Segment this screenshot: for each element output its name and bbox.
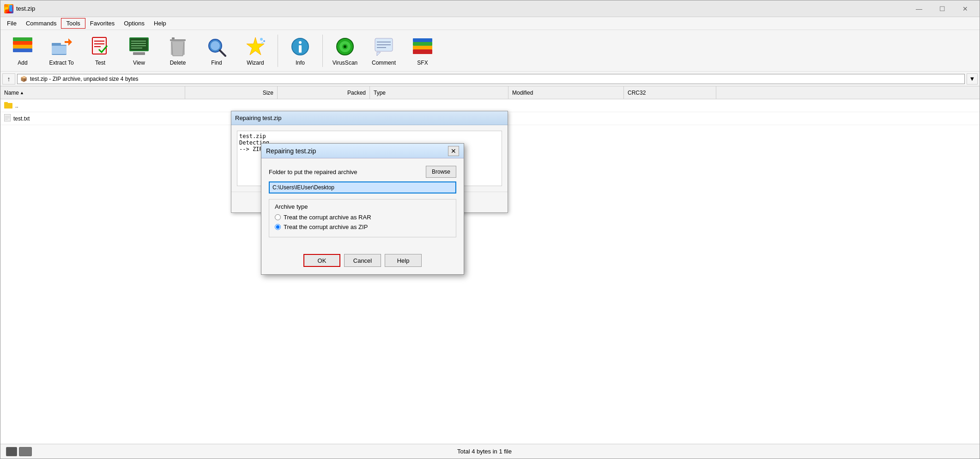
bg-dialog-title: Repairing test.zip [235,115,281,121]
radio-zip-row: Treat the corrupt archive as ZIP [275,223,450,230]
close-button[interactable]: ✕ [955,2,976,16]
svg-marker-10 [65,38,72,46]
address-dropdown[interactable]: ▼ [967,73,978,85]
address-input[interactable]: 📦 test.zip - ZIP archive, unpacked size … [17,74,965,84]
status-text: Total 4 bytes in 1 file [457,448,512,455]
col-name-header[interactable]: Name ▲ [0,86,185,99]
title-bar: test.zip — ☐ ✕ [0,0,980,17]
modal-title-bar: Repairing test.zip ✕ [261,144,464,158]
svg-rect-17 [130,38,148,50]
title-controls: — ☐ ✕ [908,2,976,16]
delete-icon [167,36,189,58]
delete-button[interactable]: Delete [159,32,196,69]
extract-label: Extract To [49,60,73,66]
svg-rect-23 [172,37,175,39]
test-icon [89,36,111,58]
main-window: test.zip — ☐ ✕ File Commands Tools Favor… [0,0,980,459]
address-text: test.zip - ZIP archive, unpacked size 4 … [30,76,139,82]
modal-body: Folder to put the repaired archive Brows… [261,158,464,250]
test-button[interactable]: Test [82,32,119,69]
browse-button[interactable]: Browse [426,166,456,178]
menu-help[interactable]: Help [149,18,171,28]
file-icon [4,114,11,123]
radio-rar[interactable] [275,214,281,220]
table-row[interactable]: .. [0,99,980,112]
menu-favorites[interactable]: Favorites [85,18,119,28]
comment-button[interactable]: Comment [365,32,402,69]
modal-close-button[interactable]: ✕ [448,146,459,156]
svg-rect-5 [13,45,32,48]
menu-options[interactable]: Options [119,18,149,28]
window-title: test.zip [16,5,35,12]
svg-rect-4 [13,48,32,52]
svg-point-38 [299,41,302,44]
svg-rect-0 [5,5,8,7]
wizard-icon [244,36,266,58]
comment-label: Comment [372,60,396,66]
cell-name: test.txt [0,114,185,123]
minimize-button[interactable]: — [908,2,930,16]
file-list-header: Name ▲ Size Packed Type Modified CRC32 [0,86,980,99]
find-button[interactable]: Find [198,32,235,69]
app-icon [4,4,13,13]
svg-rect-52 [413,38,432,42]
view-button[interactable]: View [121,32,157,69]
extract-button[interactable]: Extract To [43,32,80,69]
modal-help-button[interactable]: Help [385,254,422,267]
extract-icon [50,36,73,58]
radio-rar-row: Treat the corrupt archive as RAR [275,214,450,221]
menu-commands[interactable]: Commands [21,18,61,28]
svg-marker-48 [377,52,381,56]
radio-rar-label: Treat the corrupt archive as RAR [284,214,371,221]
virusscan-icon [334,36,356,58]
cancel-button[interactable]: Cancel [344,254,381,267]
virusscan-label: VirusScan [333,60,357,66]
modal-title: Repairing test.zip [266,147,316,155]
address-icon: 📦 [20,76,27,82]
svg-point-34 [260,38,263,41]
comment-icon [373,36,395,58]
col-packed-header[interactable]: Packed [278,86,370,99]
up-button[interactable]: ↑ [2,73,15,85]
svg-rect-2 [5,10,8,12]
info-button[interactable]: Info [282,32,319,69]
svg-point-31 [211,41,220,50]
sfx-icon [411,36,434,58]
archive-type-group: Archive type Treat the corrupt archive a… [269,199,456,237]
folder-input[interactable] [269,181,456,193]
col-crc-header[interactable]: CRC32 [624,86,716,99]
add-button[interactable]: Add [4,32,41,69]
ok-button[interactable]: OK [303,254,340,267]
folder-label: Folder to put the repaired archive [269,169,357,175]
find-label: Find [211,60,222,66]
info-label: Info [296,60,305,66]
wizard-button[interactable]: Wizard [237,32,274,69]
svg-rect-9 [52,43,61,46]
title-bar-left: test.zip [4,4,35,13]
svg-rect-7 [13,37,32,41]
menu-file[interactable]: File [2,18,21,28]
svg-rect-54 [4,102,8,104]
folder-up-icon [4,101,12,110]
col-type-header[interactable]: Type [370,86,508,99]
col-size-header[interactable]: Size [185,86,278,99]
test-label: Test [95,60,105,66]
svg-rect-24 [170,39,186,41]
svg-rect-3 [9,5,12,12]
status-bar: Total 4 bytes in 1 file [0,444,980,459]
radio-zip-label: Treat the corrupt archive as ZIP [284,223,368,230]
svg-point-35 [261,42,263,44]
bg-dialog-title-bar: Repairing test.zip [231,111,508,125]
radio-zip[interactable] [275,224,281,230]
restore-button[interactable]: ☐ [932,2,953,16]
svg-point-43 [344,45,346,48]
sfx-button[interactable]: SFX [404,32,441,69]
folder-row: Folder to put the repaired archive Brows… [269,166,456,178]
col-modified-header[interactable]: Modified [508,86,624,99]
repair-modal-dialog[interactable]: Repairing test.zip ✕ Folder to put the r… [261,143,464,275]
menu-tools[interactable]: Tools [61,18,85,29]
sfx-label: SFX [417,60,428,66]
svg-point-36 [263,40,265,42]
svg-rect-22 [133,52,145,55]
virusscan-button[interactable]: VirusScan [327,32,363,69]
